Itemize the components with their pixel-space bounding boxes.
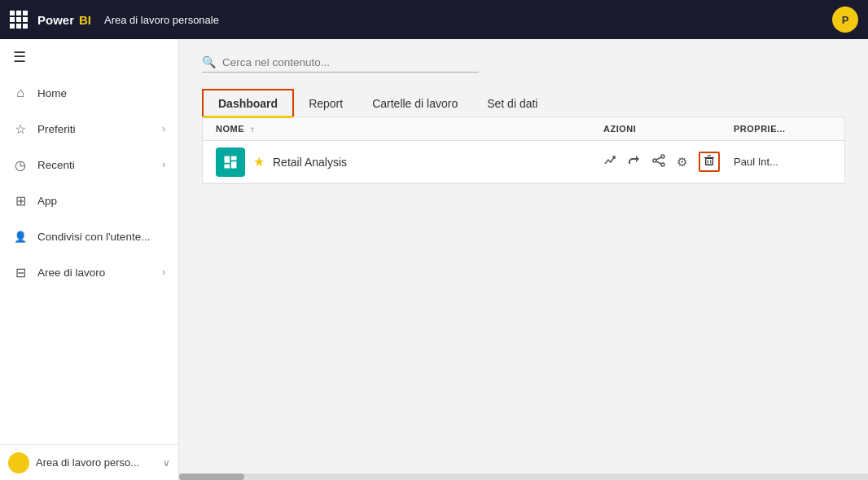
workspace-avatar [8,452,29,473]
hamburger-icon: ☰ [13,48,26,66]
page-title: Area di lavoro personale [104,14,219,26]
export-svg [628,154,641,167]
sidebar-item-aree-label: Aree di lavoro [37,266,152,279]
analytics-svg [603,154,616,167]
table-row: ★ Retail Analysis [203,141,844,183]
sidebar-item-app-label: App [37,195,165,207]
svg-line-3 [656,157,661,160]
export-icon[interactable] [628,154,641,170]
tab-setdati[interactable]: Set di dati [472,90,552,117]
waffle-menu[interactable] [10,11,28,29]
svg-rect-5 [706,158,713,165]
star-favorite-icon[interactable]: ★ [253,154,265,170]
content-inner: 🔍 Dashboard Report Cartelle di lavoro Se… [179,39,868,473]
chevron-down-icon: ∨ [163,457,170,469]
row-item-name: Retail Analysis [273,156,603,169]
sidebar-item-condivisi-label: Condivisi con l'utente... [37,231,165,243]
tab-dashboard[interactable]: Dashboard [202,89,294,117]
svg-line-4 [656,161,661,164]
topbar: Power BI Area di lavoro personale P [0,0,868,39]
scrollbar-track[interactable] [179,473,868,480]
tab-report[interactable]: Report [294,90,357,117]
sidebar-item-recenti[interactable]: ◷ Recenti › [0,147,178,183]
sidebar-item-preferiti-label: Preferiti [37,123,152,135]
app-name-bi: BI [79,13,91,27]
clock-icon: ◷ [13,157,28,173]
col-header-actions: AZIONI [603,124,734,134]
sidebar-bottom: Area di lavoro perso... ∨ [0,444,178,480]
main-layout: ☰ ⌂ Home ☆ Preferiti › ◷ Recenti › ⊞ App… [0,39,868,480]
grid-icon: ⊞ [13,193,28,209]
svg-point-1 [661,163,664,166]
home-icon: ⌂ [13,86,28,100]
share-icon[interactable] [652,154,665,170]
workspace-selector[interactable]: Area di lavoro perso... ∨ [0,444,178,480]
avatar[interactable]: P [832,7,858,33]
chevron-right-icon-aree: › [162,266,165,278]
row-actions: ⚙ [603,152,734,172]
row-owner: Paul Int... [734,156,831,168]
dashboard-icon [216,148,245,177]
tabs-row: Dashboard Report Cartelle di lavoro Set … [202,89,845,117]
sidebar-item-condivisi[interactable]: 👤 Condivisi con l'utente... [0,218,178,254]
svg-point-2 [653,159,656,162]
analytics-icon[interactable] [603,154,616,170]
workspace-icon: ⊟ [13,265,28,280]
svg-point-0 [661,155,664,158]
col-header-name: NOME ↑ [216,124,603,134]
app-logo: Power BI [37,13,91,27]
table-header: NOME ↑ AZIONI PROPRIE... [203,117,844,141]
tab-cartelle[interactable]: Cartelle di lavoro [357,90,472,117]
chevron-right-icon: › [162,123,165,134]
search-input[interactable] [222,56,450,68]
sidebar-item-recenti-label: Recenti [37,159,152,171]
delete-button[interactable] [699,152,720,172]
sidebar-item-home-label: Home [37,87,165,99]
settings-icon[interactable]: ⚙ [677,155,687,170]
content-table: NOME ↑ AZIONI PROPRIE... ★ Retail Analys… [202,117,845,184]
content-area: 🔍 Dashboard Report Cartelle di lavoro Se… [179,39,868,480]
sidebar-item-home[interactable]: ⌂ Home [0,75,178,111]
app-name-power: Power [37,13,74,27]
sidebar-item-app[interactable]: ⊞ App [0,183,178,218]
search-bar: 🔍 [202,55,479,73]
sidebar-item-preferiti[interactable]: ☆ Preferiti › [0,111,178,147]
chevron-right-icon-recenti: › [162,159,165,170]
dashboard-svg [222,154,239,170]
trash-icon [704,155,715,166]
sidebar: ☰ ⌂ Home ☆ Preferiti › ◷ Recenti › ⊞ App… [0,39,179,480]
person-icon: 👤 [13,231,28,243]
share-svg [652,154,665,167]
sort-asc-icon: ↑ [251,125,256,134]
search-icon: 🔍 [202,55,216,68]
sidebar-toggle[interactable]: ☰ [0,39,178,75]
star-icon: ☆ [13,121,28,137]
sidebar-item-aree[interactable]: ⊟ Aree di lavoro › [0,254,178,290]
col-header-owner: PROPRIE... [734,124,831,134]
workspace-label: Area di lavoro perso... [36,456,156,469]
scrollbar-thumb[interactable] [179,473,244,480]
